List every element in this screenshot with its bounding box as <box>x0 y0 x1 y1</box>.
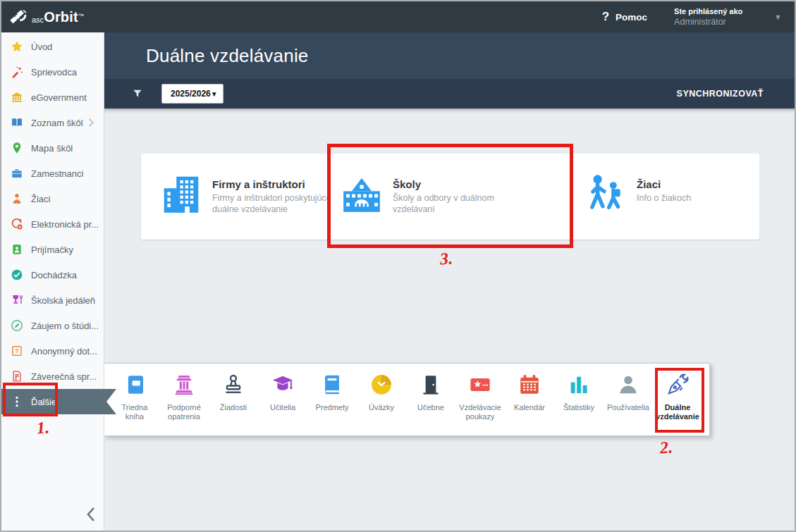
logo-trademark: ™ <box>78 13 84 19</box>
dock-item-vzdelavacie-poukazy[interactable]: Vzdelávacie poukazy <box>457 373 503 421</box>
annotation-step1: 1. <box>36 418 50 438</box>
dock-item-triedna-kniha[interactable]: Triedna kniha <box>111 373 158 421</box>
card-subtitle: Firmy a inštruktori poskytujúce duálne v… <box>212 192 350 215</box>
open-book-icon <box>11 116 23 129</box>
school-building-icon <box>340 173 384 216</box>
e-application-icon <box>11 218 23 230</box>
question-box-icon: ? <box>11 345 23 357</box>
wand-icon <box>11 66 23 78</box>
card-title: Školy <box>393 178 530 190</box>
sidebar-item-label: Záujem o štúdi... <box>31 321 99 331</box>
sidebar-item-label: Elektronická pr... <box>31 219 99 230</box>
sidebar-item-uvod[interactable]: Úvod <box>1 34 104 59</box>
sidebar-item-label: Mapa škôl <box>31 143 73 154</box>
dock-item-pouzivatelia[interactable]: Používatelia <box>605 373 651 412</box>
more-dots-icon <box>11 395 23 408</box>
dock-item-label: Kalendár <box>514 403 545 412</box>
sidebar-item-label: Úvod <box>31 42 52 52</box>
sidebar-item-skolska-jedalen[interactable]: Školská jedáleň <box>1 287 104 313</box>
attendance-check-icon <box>11 268 23 281</box>
star-icon <box>11 40 23 53</box>
support-column-icon <box>172 373 196 397</box>
dock-item-label: Učebne <box>417 403 444 412</box>
logged-in-user: Administrátor <box>674 17 757 27</box>
dock-item-statistiky[interactable]: Štatistiky <box>556 373 602 412</box>
sidebar-item-dalsie[interactable]: Ďalšie <box>1 389 116 414</box>
dock-item-podporne-opatrenia[interactable]: Podporné opatrenia <box>161 373 207 421</box>
user-menu[interactable]: Ste prihlásený ako Administrátor ▼ <box>674 6 782 27</box>
more-modules-panel: Triedna knihaPodporné opatreniaŽiadostiU… <box>104 363 710 436</box>
dock-item-ucebne[interactable]: Učebne <box>408 373 454 412</box>
sidebar-item-zaujem-o-studi[interactable]: Záujem o štúdi... <box>1 313 104 338</box>
dock-item-uvazky[interactable]: Úväzky <box>358 373 405 412</box>
class-register-icon <box>123 373 147 397</box>
annotation-step3: 3. <box>439 249 453 268</box>
question-mark-icon: ? <box>602 10 609 24</box>
sidebar-item-mapa-skol[interactable]: Mapa škôl <box>1 135 104 161</box>
classroom-door-icon <box>419 373 443 397</box>
sidebar-item-zaverecna-spr[interactable]: Záverečná spr... <box>1 364 104 389</box>
statistics-chart-icon <box>567 373 591 397</box>
users-person-icon <box>616 373 640 397</box>
student-icon <box>11 192 23 205</box>
dock-item-ziadosti[interactable]: Žiadosti <box>210 373 257 412</box>
companies-buildings-icon <box>159 173 203 216</box>
interest-pencil-icon <box>11 319 23 332</box>
card-title: Žiaci <box>637 178 742 190</box>
synchronize-button[interactable]: SYNCHRONIZOVAŤ <box>677 89 764 99</box>
help-button[interactable]: ? Pomoc <box>602 10 647 24</box>
filter-icon[interactable] <box>132 88 143 99</box>
bank-icon <box>11 91 23 104</box>
card-subtitle: Školy a odbory v duálnom vzdelávaní <box>393 192 530 215</box>
sidebar-item-label: Dochádzka <box>31 270 77 280</box>
sidebar-item-ziaci[interactable]: Žiaci <box>1 186 104 211</box>
satellite-logo-icon <box>10 8 29 27</box>
sidebar-item-dochadzka[interactable]: Dochádzka <box>1 262 104 287</box>
chevron-down-icon: ▼ <box>774 13 782 21</box>
final-report-icon <box>11 370 23 383</box>
dock-item-ucitelia[interactable]: Učitelia <box>259 373 306 412</box>
card-firmy-a-instruktori[interactable]: Firmy a inštruktoriFirmy a inštruktori p… <box>159 173 350 216</box>
card-title: Firmy a inštruktori <box>212 178 350 190</box>
sidebar-item-zamestnanci[interactable]: Zamestnanci <box>1 161 104 186</box>
school-year-value: 2025/2026 <box>171 89 211 99</box>
svg-text:?: ? <box>15 347 19 354</box>
dock-item-label: Učitelia <box>270 403 295 412</box>
briefcase-icon <box>11 167 23 180</box>
sidebar-item-label: Anonymný dot... <box>31 346 97 357</box>
students-walking-icon <box>584 173 627 216</box>
sidebar-item-label: Sprievodca <box>31 67 77 78</box>
card-ziaci[interactable]: ŽiaciInfo o žiakoch <box>584 173 742 216</box>
dock-item-predmety[interactable]: Predmety <box>309 373 355 412</box>
sidebar-item-egovernment[interactable]: eGovernment <box>1 85 104 110</box>
sidebar-item-label: Záverečná spr... <box>31 371 97 382</box>
dock-item-label: Štatistiky <box>563 403 594 412</box>
card-skoly[interactable]: ŠkolyŠkoly a odbory v duálnom vzdelávaní <box>340 173 530 216</box>
app-window: asc Orbit ™ ? Pomoc Ste prihlásený ako A… <box>0 0 796 532</box>
sidebar-item-prijimacky[interactable]: Prijímačky <box>1 237 104 262</box>
dock-item-dualne-vzdelavanie[interactable]: Duálne vzdelávanie <box>654 373 701 421</box>
sidebar-item-label: Ďalšie <box>31 397 56 407</box>
canteen-goblet-icon <box>11 294 23 307</box>
app-logo[interactable]: asc Orbit ™ <box>1 8 84 27</box>
dock-item-kalendar[interactable]: Kalendár <box>506 373 553 412</box>
logo-text-small: asc <box>32 16 44 24</box>
sidebar-menu: ÚvodSprievodcaeGovernmentZoznam škôlMapa… <box>1 32 104 414</box>
school-year-select[interactable]: 2025/2026 ▼ <box>161 84 224 104</box>
sidebar-collapse-button[interactable] <box>85 507 97 522</box>
select-caret-icon: ▼ <box>211 90 218 98</box>
sidebar-item-anonymny-dot[interactable]: ?Anonymný dot... <box>1 338 104 364</box>
chevron-right-icon <box>85 116 97 129</box>
dock-item-label: Duálne vzdelávanie <box>654 403 701 421</box>
graduation-cap-icon <box>271 373 295 397</box>
sidebar-item-label: Zoznam škôl <box>31 118 83 128</box>
page-header: Duálne vzdelávanie <box>104 32 795 79</box>
sidebar-item-elektronicka-pr[interactable]: Elektronická pr... <box>1 211 104 237</box>
sidebar-item-sprievodca[interactable]: Sprievodca <box>1 59 104 85</box>
logo-text-main: Orbit <box>44 9 78 25</box>
main-content: Firmy a inštruktoriFirmy a inštruktori p… <box>104 109 795 531</box>
sidebar-item-zoznam-skol[interactable]: Zoznam škôl <box>1 110 104 135</box>
dock-item-label: Podporné opatrenia <box>161 403 207 421</box>
dock-item-label: Používatelia <box>607 403 649 412</box>
voucher-star-icon <box>468 373 492 397</box>
